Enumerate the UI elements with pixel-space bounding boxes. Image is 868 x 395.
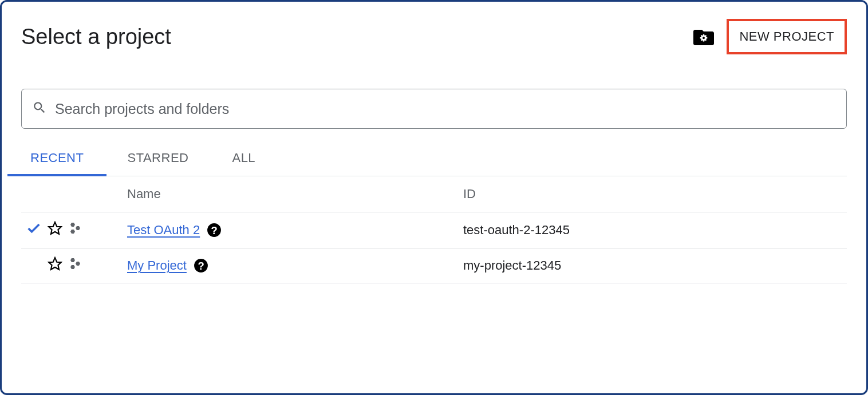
table-header: Name ID: [21, 176, 847, 212]
column-header-id: ID: [463, 187, 847, 202]
project-id: my-project-12345: [463, 258, 847, 273]
project-type-icon: [68, 257, 84, 274]
svg-marker-18: [76, 262, 80, 266]
table-row[interactable]: My Project ? my-project-12345: [21, 248, 847, 283]
dialog-title: Select a project: [21, 25, 171, 49]
tab-starred[interactable]: STARRED: [127, 151, 188, 176]
column-header-name: Name: [127, 187, 463, 202]
svg-marker-19: [70, 265, 75, 269]
search-icon: [32, 100, 47, 117]
project-id: test-oauth-2-12345: [463, 223, 847, 238]
svg-rect-3: [703, 40, 704, 42]
star-icon[interactable]: [48, 256, 62, 275]
folder-settings-icon[interactable]: [693, 28, 714, 45]
select-project-dialog: Select a project NEW PROJECT: [2, 2, 866, 283]
svg-rect-5: [706, 37, 708, 38]
svg-point-1: [703, 37, 705, 39]
help-icon[interactable]: ?: [207, 223, 222, 238]
tabs: RECENT STARRED ALL: [21, 151, 847, 176]
tab-all[interactable]: ALL: [232, 151, 255, 176]
tab-recent[interactable]: RECENT: [30, 151, 84, 176]
svg-marker-16: [49, 258, 61, 270]
svg-marker-13: [70, 230, 75, 234]
check-icon: [26, 220, 42, 240]
new-project-button[interactable]: NEW PROJECT: [727, 19, 847, 54]
project-type-icon: [68, 222, 84, 239]
table-row[interactable]: Test OAuth 2 ? test-oauth-2-12345: [21, 212, 847, 248]
search-input[interactable]: [55, 101, 836, 117]
project-link[interactable]: My Project: [127, 258, 187, 273]
svg-rect-4: [700, 37, 702, 38]
header-actions: NEW PROJECT: [693, 19, 847, 54]
star-icon[interactable]: [48, 221, 62, 239]
svg-marker-11: [70, 223, 75, 227]
svg-marker-10: [49, 222, 61, 234]
search-container[interactable]: [21, 89, 847, 129]
dialog-header: Select a project NEW PROJECT: [21, 19, 847, 54]
projects-table: Name ID: [21, 176, 847, 283]
help-icon[interactable]: ?: [194, 258, 208, 273]
svg-marker-17: [70, 258, 75, 262]
svg-text:?: ?: [211, 224, 218, 236]
svg-rect-2: [703, 34, 704, 36]
project-link[interactable]: Test OAuth 2: [127, 223, 200, 238]
svg-text:?: ?: [198, 260, 204, 272]
svg-marker-12: [76, 226, 80, 230]
